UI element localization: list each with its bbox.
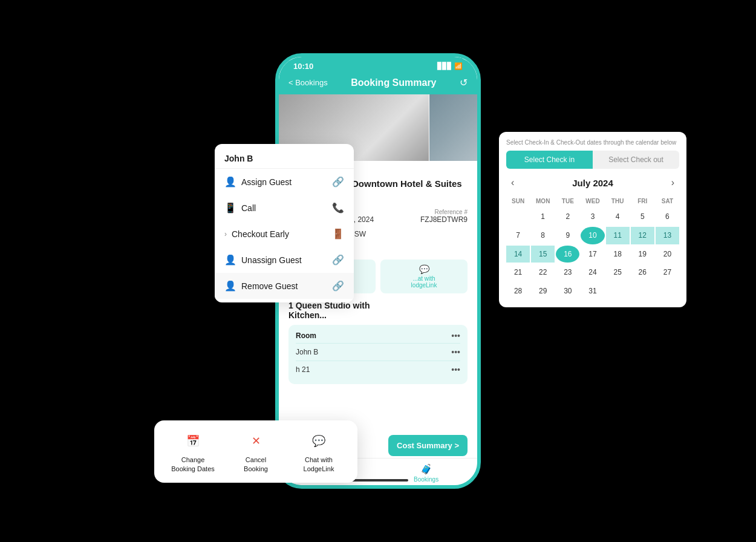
lodgelink-btn[interactable]: 💬 ...at withlodgeLink: [380, 260, 468, 293]
back-button[interactable]: < Bookings: [288, 78, 328, 87]
calendar-day-13[interactable]: 13: [656, 227, 679, 244]
guest-more-button[interactable]: •••: [451, 347, 460, 357]
unassign-label: Unassign Guest: [241, 255, 302, 265]
reference-info: Reference # FZJ8EDTWR9: [420, 209, 468, 224]
calendar-day-1[interactable]: 1: [531, 208, 555, 226]
calendar-day-3[interactable]: 3: [581, 208, 604, 226]
signal-icon: ▊▊▊: [437, 62, 452, 70]
calendar-header-text: Select Check-In & Check-Out dates throug…: [506, 139, 679, 146]
reference-value: FZJ8EDTWR9: [420, 215, 468, 224]
calendar-day-19[interactable]: 19: [631, 246, 654, 263]
day-header-thu: THU: [606, 195, 630, 207]
calendar-panel: Select Check-In & Check-Out dates throug…: [499, 132, 686, 307]
unassign-icon: 👤: [224, 254, 236, 266]
room-card: Room ••• John B ••• h 21 •••: [288, 325, 468, 384]
calendar-day-21[interactable]: 21: [506, 264, 530, 281]
calendar-day-17[interactable]: 17: [581, 246, 604, 263]
dropdown-unassign-guest[interactable]: 👤 Unassign Guest 🔗: [215, 247, 354, 273]
hotel-img-side: [429, 94, 477, 161]
calendar-day-18[interactable]: 18: [606, 246, 630, 263]
assign-guest-icon: 👤: [224, 176, 236, 188]
room-label: Room: [296, 331, 316, 340]
prev-month-button[interactable]: ‹: [506, 175, 519, 191]
day-header-mon: MON: [531, 195, 555, 207]
reference-label: Reference #: [420, 209, 468, 215]
calendar-nav: ‹ July 2024 ›: [506, 175, 679, 191]
calendar-day-28[interactable]: 28: [506, 282, 530, 300]
cancel-booking-sheet-icon: ✕: [245, 430, 267, 452]
guest-row: John B •••: [296, 343, 460, 361]
sheet-chat-lodgelink[interactable]: 💬 Chat withLodgeLink: [295, 430, 343, 473]
day-header-sun: SUN: [506, 195, 530, 207]
sheet-change-booking[interactable]: 📅 ChangeBooking Dates: [169, 430, 217, 473]
checkout-tab[interactable]: Select Check out: [593, 151, 679, 169]
calendar-day-4[interactable]: 4: [606, 208, 630, 226]
time: 10:10: [293, 62, 313, 71]
calendar-day-22[interactable]: 22: [531, 264, 555, 281]
calendar-day-empty-33: [631, 282, 654, 300]
calendar-day-6[interactable]: 6: [656, 208, 679, 226]
call-label: Call: [241, 203, 256, 213]
calendar-day-25[interactable]: 25: [606, 264, 630, 281]
calendar-day-24[interactable]: 24: [581, 264, 604, 281]
chat-lodgelink-sheet-label: Chat withLodgeLink: [304, 455, 334, 473]
next-month-button[interactable]: ›: [666, 175, 679, 191]
cost-summary-button[interactable]: Cost Summary >: [388, 435, 468, 456]
calendar-day-8[interactable]: 8: [531, 227, 555, 244]
calendar-day-31[interactable]: 31: [581, 282, 604, 300]
checkout-action-icon: 🚪: [332, 228, 344, 240]
guest-name: John B: [296, 348, 318, 356]
remove-label: Remove Guest: [241, 281, 298, 291]
calendar-day-27[interactable]: 27: [656, 264, 679, 281]
calendar-day-26[interactable]: 26: [631, 264, 654, 281]
dropdown-call[interactable]: 📱 Call 📞: [215, 195, 354, 221]
page-title: Booking Summary: [351, 77, 436, 88]
day-header-tue: TUE: [556, 195, 579, 207]
change-booking-sheet-icon: 📅: [182, 430, 204, 452]
checkin-tab[interactable]: Select Check in: [506, 151, 593, 169]
calendar-day-20[interactable]: 20: [656, 246, 679, 263]
remove-action-icon: 🔗: [332, 280, 344, 292]
calendar-day-12[interactable]: 12: [631, 227, 654, 244]
calendar-grid: SUN MON TUE WED THU FRI SAT 123456789101…: [506, 195, 679, 300]
guest-date-row: h 21 •••: [296, 361, 460, 378]
tab-bookings[interactable]: 🧳 Bookings: [414, 463, 438, 483]
day-header-fri: FRI: [631, 195, 654, 207]
calendar-day-30[interactable]: 30: [556, 282, 579, 300]
dropdown-menu: John B 👤 Assign Guest 🔗 📱 Call 📞 › Check…: [215, 144, 354, 302]
wifi-icon: 📶: [454, 62, 463, 70]
checkout-early-label: Checkout Early: [232, 229, 289, 239]
date-more-button[interactable]: •••: [451, 365, 460, 374]
room-more-button[interactable]: •••: [451, 331, 460, 341]
call-icon: 📱: [224, 202, 236, 214]
room-title: 1 Queen Studio withKitchen...: [288, 301, 468, 320]
dropdown-remove-guest[interactable]: 👤 Remove Guest 🔗: [215, 273, 354, 299]
dropdown-checkout-early[interactable]: › Checkout Early 🚪: [215, 221, 354, 247]
room-card-header: Room •••: [296, 331, 460, 341]
dropdown-assign-guest[interactable]: 👤 Assign Guest 🔗: [215, 169, 354, 195]
calendar-day-empty-34: [656, 282, 679, 300]
calendar-day-5[interactable]: 5: [631, 208, 654, 226]
calendar-day-14[interactable]: 14: [506, 246, 530, 263]
calendar-tabs: Select Check in Select Check out: [506, 151, 679, 169]
chat-lodgelink-sheet-icon: 💬: [308, 430, 330, 452]
call-action-icon: 📞: [332, 202, 344, 214]
dropdown-header: John B: [215, 148, 354, 169]
calendar-day-29[interactable]: 29: [531, 282, 555, 300]
calendar-day-11[interactable]: 11: [606, 227, 630, 244]
status-bar: 10:10 ▊▊▊ 📶: [279, 57, 477, 73]
calendar-day-2[interactable]: 2: [556, 208, 579, 226]
calendar-day-23[interactable]: 23: [556, 264, 579, 281]
calendar-day-empty-0: [506, 208, 530, 226]
calendar-day-7[interactable]: 7: [506, 227, 530, 244]
refresh-icon[interactable]: ↺: [460, 77, 468, 88]
day-header-sat: SAT: [656, 195, 679, 207]
remove-icon: 👤: [224, 280, 236, 292]
sheet-cancel-booking[interactable]: ✕ CancelBooking: [232, 430, 280, 473]
calendar-month: July 2024: [572, 178, 613, 188]
calendar-day-9[interactable]: 9: [556, 227, 579, 244]
calendar-day-15[interactable]: 15: [531, 246, 555, 263]
calendar-day-10[interactable]: 10: [581, 227, 604, 244]
calendar-day-16[interactable]: 16: [556, 246, 579, 263]
action-sheet: 📅 ChangeBooking Dates ✕ CancelBooking 💬 …: [154, 420, 357, 483]
